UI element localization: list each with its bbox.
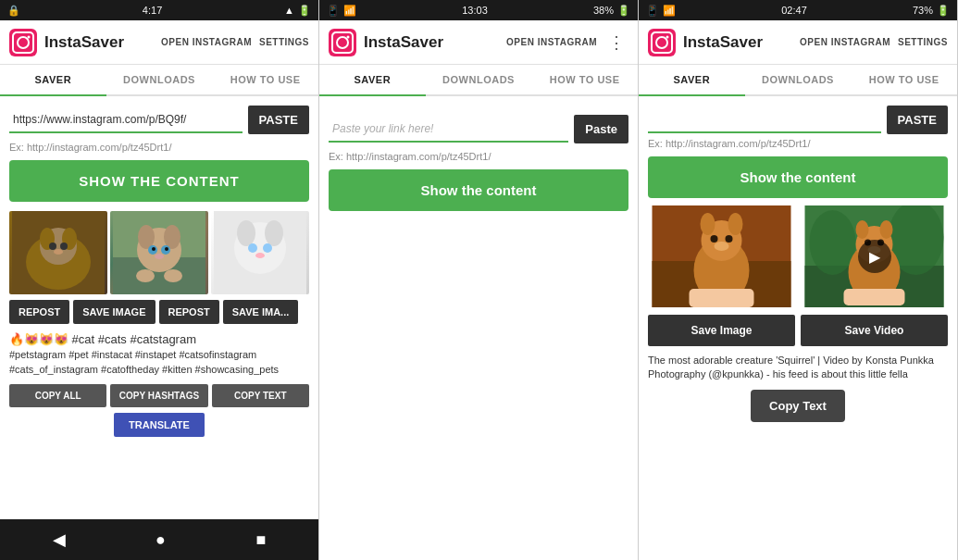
play-icon[interactable]: ▶ <box>858 240 891 273</box>
app-title-3: InstaSaver <box>683 33 800 52</box>
svg-point-46 <box>726 235 733 243</box>
caption-1: 🔥😻😻😻 #cat #cats #catstagram #petstagram … <box>9 331 309 377</box>
copy-all-btn[interactable]: COPY ALL <box>9 384 106 407</box>
svg-point-19 <box>152 247 156 251</box>
wifi-icon: 📶 <box>343 5 356 17</box>
status-left-2: 📱 📶 <box>327 5 356 17</box>
tab-downloads-3[interactable]: DOWNLOADS <box>745 65 852 96</box>
translate-btn[interactable]: TRANSLATE <box>114 413 205 437</box>
app-bar-2: InstaSaver OPEN INSTAGRAM ⋮ <box>319 20 638 65</box>
tab-how-to-use-3[interactable]: HOW TO USE <box>851 65 957 96</box>
content-3: PASTE Ex: http://instagram.com/p/tz45Drt… <box>639 96 957 560</box>
svg-point-44 <box>728 213 743 235</box>
input-row-3: PASTE <box>648 106 948 134</box>
tab-saver-3[interactable]: SAVER <box>639 65 745 96</box>
svg-point-38 <box>666 35 669 38</box>
svg-point-34 <box>347 35 350 38</box>
caption-3: The most adorable creature 'Squirrel' | … <box>648 354 948 382</box>
content-2: Paste Ex: http://instagram.com/p/tz45Drt… <box>319 96 638 560</box>
status-right-1: ▲ 🔋 <box>284 5 311 17</box>
phone-icon-2: 📱 <box>327 5 340 17</box>
status-time-2: 13:03 <box>462 5 488 16</box>
open-instagram-btn-1[interactable]: OPEN INSTAGRAM <box>161 37 252 47</box>
svg-point-30 <box>255 253 265 258</box>
show-content-btn-1[interactable]: SHOW THE CONTENT <box>9 160 309 202</box>
svg-point-27 <box>265 220 283 246</box>
copy-text-btn-3[interactable]: Copy Text <box>751 390 845 422</box>
svg-point-29 <box>263 243 272 253</box>
status-left-3: 📱 📶 <box>646 5 676 17</box>
tabs-1: SAVER DOWNLOADS HOW TO USE <box>0 65 318 96</box>
show-content-btn-3[interactable]: Show the content <box>648 156 948 198</box>
svg-point-51 <box>810 210 856 275</box>
status-bar-3: 📱 📶 02:47 73% 🔋 <box>639 0 957 20</box>
copy-text-btn-1[interactable]: COPY TEXT <box>212 384 309 407</box>
squirrel-image-1 <box>648 205 795 307</box>
tab-saver-2[interactable]: SAVER <box>319 65 426 96</box>
status-bar-2: 📱 📶 13:03 38% 🔋 <box>319 0 638 20</box>
app-bar-1: InstaSaver OPEN INSTAGRAM SETTINGS <box>0 20 318 65</box>
url-input-2[interactable] <box>329 117 568 143</box>
wifi-icon-3: 📶 <box>663 5 676 17</box>
svg-point-45 <box>711 235 718 243</box>
example-text-1: Ex: http://instagram.com/p/tz45Drt1/ <box>9 142 309 153</box>
image-thumb-3 <box>211 211 309 294</box>
paste-btn-1[interactable]: PASTE <box>248 106 309 134</box>
translate-row: TRANSLATE <box>9 413 309 437</box>
home-nav-icon[interactable]: ● <box>156 530 166 550</box>
battery-icon-3: 🔋 <box>937 5 950 17</box>
back-nav-icon[interactable]: ◀ <box>53 529 66 550</box>
open-instagram-btn-3[interactable]: OPEN INSTAGRAM <box>800 37 890 47</box>
svg-point-55 <box>856 220 869 239</box>
input-row-2: Paste <box>329 115 628 143</box>
phone-icon-3: 📱 <box>646 5 659 17</box>
url-input-3[interactable] <box>648 107 881 133</box>
svg-point-21 <box>155 254 164 259</box>
tab-saver-1[interactable]: SAVER <box>0 65 106 96</box>
settings-btn-1[interactable]: SETTINGS <box>259 37 309 47</box>
show-content-btn-2[interactable]: Show the content <box>329 169 628 211</box>
save-image-btn-3[interactable]: Save Image <box>648 315 795 346</box>
svg-point-28 <box>248 243 257 253</box>
settings-btn-3[interactable]: SETTINGS <box>898 37 948 47</box>
screen-3: 📱 📶 02:47 73% 🔋 InstaSaver OPEN INSTAGRA… <box>639 0 958 560</box>
image-thumb-1 <box>9 211 107 294</box>
status-left-1: 🔒 <box>7 5 20 17</box>
svg-point-22 <box>136 269 155 282</box>
app-logo-2 <box>329 29 356 56</box>
caption-hashtags: #petstagram #pet #instacat #instapet #ca… <box>9 348 309 362</box>
app-logo-1 <box>9 29 37 56</box>
status-time-3: 02:47 <box>781 5 807 16</box>
battery-icon: 🔋 <box>298 5 311 17</box>
paste-btn-2[interactable]: Paste <box>574 115 628 143</box>
tab-downloads-2[interactable]: DOWNLOADS <box>426 65 532 96</box>
repost-btn-2[interactable]: REPOST <box>159 300 219 324</box>
tab-how-to-use-1[interactable]: HOW TO USE <box>212 65 318 96</box>
svg-point-11 <box>54 249 63 255</box>
open-instagram-btn-2[interactable]: OPEN INSTAGRAM <box>506 37 597 47</box>
copy-text-row: Copy Text <box>648 390 948 422</box>
svg-point-43 <box>701 213 715 235</box>
content-1: PASTE Ex: http://instagram.com/p/tz45Drt… <box>0 96 318 519</box>
save-image-btn-1[interactable]: SAVE IMAGE <box>73 300 155 324</box>
action-row-1: REPOST SAVE IMAGE REPOST SAVE IMA... <box>9 300 309 324</box>
more-options-icon[interactable]: ⋮ <box>604 32 628 53</box>
signal-icon: ▲ <box>284 5 294 16</box>
recents-nav-icon[interactable]: ■ <box>255 530 266 550</box>
status-right-2: 38% 🔋 <box>593 5 630 17</box>
svg-point-23 <box>164 269 182 282</box>
app-bar-actions-3: OPEN INSTAGRAM SETTINGS <box>800 37 948 47</box>
status-time-1: 4:17 <box>143 5 162 16</box>
app-title-2: InstaSaver <box>364 33 506 52</box>
save-video-btn-3[interactable]: Save Video <box>801 315 948 346</box>
paste-btn-3[interactable]: PASTE <box>887 106 948 134</box>
save-image-btn-2[interactable]: SAVE IMA... <box>223 300 299 324</box>
caption-more: #cats_of_instagram #catoftheday #kitten … <box>9 363 309 377</box>
tab-how-to-use-2[interactable]: HOW TO USE <box>531 65 638 96</box>
app-title-1: InstaSaver <box>44 33 161 52</box>
tab-downloads-1[interactable]: DOWNLOADS <box>106 65 213 96</box>
url-input-1[interactable] <box>9 107 243 133</box>
screen-2: 📱 📶 13:03 38% 🔋 InstaSaver OPEN INSTAGRA… <box>319 0 639 560</box>
repost-btn-1[interactable]: REPOST <box>9 300 69 324</box>
copy-hashtags-btn[interactable]: COPY HASHTAGS <box>110 384 207 407</box>
